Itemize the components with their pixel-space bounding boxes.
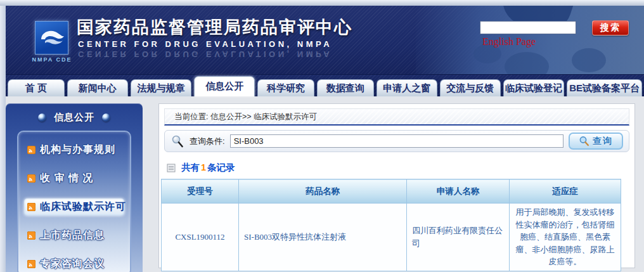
cell-drug-name: SI-B003双特异性抗体注射液 [239,204,407,271]
results-table: 受理号 药品名称 申请人名称 适应症 CXSL1900112 SI-B003双特… [161,179,621,271]
site-header: NMPA CDE 国家药品监督管理局药品审评中心 CENTER FOR DRUG… [6,6,644,75]
tab-home[interactable]: 首 页 [8,79,65,96]
swan-icon [39,28,65,48]
sidebar-item-acceptance-review[interactable]: 收 审 情 况 [18,164,130,193]
rss-icon [27,174,35,183]
site-title: 国家药品监督管理局药品审评中心 [77,16,352,39]
window-frame-left [0,6,6,272]
query-button-label: 查询 [593,136,613,147]
query-condition-label: 查询条件: [190,136,225,147]
site-subtitle-en: CENTER FOR DRUG EVALUATION, NMPA [78,39,332,49]
col-indication: 适应症 [510,179,621,204]
sidebar-information-disclosure: 信息公开 机构与办事规则 收 审 情 况 [6,103,143,272]
magnifier-icon [579,136,589,146]
table-header-row: 受理号 药品名称 申请人名称 适应症 [162,179,621,204]
tab-applicant-window[interactable]: 申请人之窗 [377,79,437,96]
rss-icon [27,146,35,154]
sidebar-header: 信息公开 [6,112,143,124]
cell-acceptance-number: CXSL1900112 [162,204,239,271]
pill-shape [505,52,549,75]
query-bar: 查询条件: 查询 [164,130,629,152]
tab-clinical-trial-registration[interactable]: 临床试验登记 [503,79,564,96]
window-frame-top [0,0,644,6]
records-count: 1 [201,162,206,172]
rss-icon [27,260,35,268]
sidebar-item-marketed-drug-info[interactable]: 上市药品信息 [18,221,130,250]
cell-indication: 用于局部晚期、复发或转移性实体瘤的治疗，包括肾细胞癌、结直肠癌、黑色素瘤、非小细… [510,204,621,271]
query-condition-input[interactable] [230,134,564,148]
main-navigation: 首 页 新闻中心 法规与规章 信息公开 科学研究 数据查询 申请人之窗 交流与反… [6,75,644,96]
col-acceptance-number: 受理号 [162,179,239,204]
tab-information-disclosure[interactable]: 信息公开 [194,76,255,96]
col-drug-name: 药品名称 [239,179,407,204]
rss-icon [27,231,35,240]
sphere-icon [38,113,46,122]
sidebar-item-clinical-trial-implied-license[interactable]: 临床试验默示许可 [18,193,130,221]
tab-communication-feedback[interactable]: 交流与反馈 [440,79,501,96]
list-icon [167,164,176,172]
content-panel: 当前位置: 信息公开>> 临床试验默示许可 查询条件: 查询 共有1条记录 [158,103,635,268]
pill-shape [572,48,606,72]
breadcrumb: 当前位置: 信息公开>> 临床试验默示许可 [164,108,629,126]
tab-scientific-research[interactable]: 科学研究 [257,79,314,96]
tab-be-trial-platform[interactable]: BE试验备案平台 [567,79,642,96]
english-page-link[interactable]: English Page [482,36,536,48]
query-button[interactable]: 查询 [569,133,623,150]
records-summary: 共有1条记录 [167,162,628,174]
sidebar-item-agency-rules[interactable]: 机构与办事规则 [18,136,130,164]
tab-regulations[interactable]: 法规与规章 [131,79,191,96]
rss-icon [27,203,35,211]
col-applicant-name: 申请人名称 [407,179,510,204]
header-search-button[interactable]: 搜索 [592,20,629,36]
cell-applicant-name: 四川百利药业有限责任公司 [407,204,510,271]
records-text: 共有1条记录 [181,162,235,174]
header-search-input[interactable] [480,21,576,34]
sphere-icon [102,113,110,122]
tab-news-center[interactable]: 新闻中心 [67,79,128,96]
tab-data-query[interactable]: 数据查询 [317,79,374,96]
magnifier-icon [171,134,184,148]
cde-logo[interactable] [35,21,68,55]
site-subtitle-reflection: CENTER FOR DRUG EVALUATION, NMPA [78,49,332,59]
logo-caption: NMPA CDE [26,56,78,63]
sidebar-item-expert-consultation[interactable]: 专家咨询会议 [18,250,130,272]
sidebar-header-label: 信息公开 [54,112,94,124]
table-row: CXSL1900112 SI-B003双特异性抗体注射液 四川百利药业有限责任公… [162,204,621,271]
sidebar-menu-panel: 机构与办事规则 收 审 情 况 临床试验默示许可 [17,131,131,272]
